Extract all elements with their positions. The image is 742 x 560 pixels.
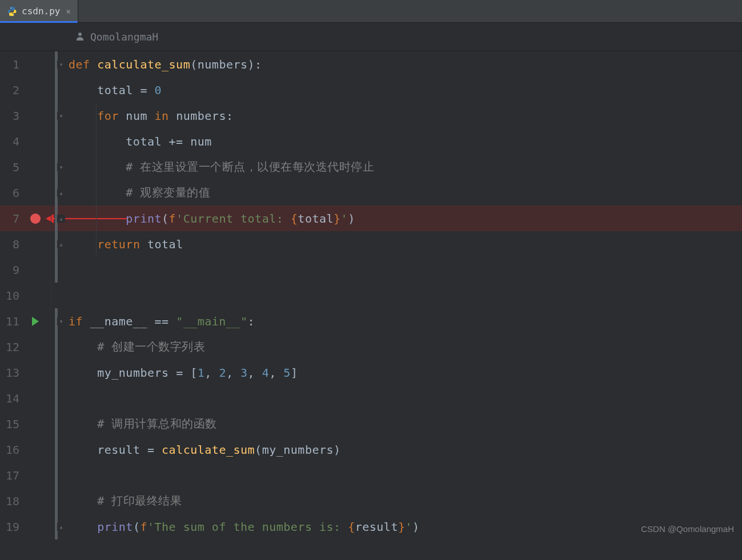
line-number: 11 — [0, 308, 27, 334]
code-text[interactable]: return total — [67, 237, 183, 251]
code-text[interactable]: # 创建一个数字列表 — [67, 339, 205, 354]
line-number: 12 — [0, 334, 27, 360]
fold-close-icon[interactable]: ▴ — [57, 189, 65, 197]
line-number: 14 — [0, 385, 27, 411]
line-number: 10 — [0, 283, 27, 308]
svg-point-0 — [10, 7, 11, 9]
tab-filename: csdn.py — [22, 6, 60, 17]
fold-open-icon[interactable]: ▾ — [57, 163, 65, 171]
fold-open-icon[interactable]: ▾ — [57, 317, 65, 325]
code-text[interactable]: if __name__ == "__main__": — [67, 315, 255, 328]
code-line[interactable]: 14 — [0, 385, 742, 411]
line-number: 19 — [0, 514, 27, 539]
line-number: 4 — [0, 128, 27, 154]
code-line[interactable]: 1def calculate_sum(numbers): — [0, 51, 742, 77]
author-name: QomolangmaH — [90, 31, 158, 43]
code-line[interactable]: 19 print(f'The sum of the numbers is: {r… — [0, 514, 742, 539]
code-text[interactable]: # 观察变量的值 — [67, 185, 210, 200]
code-text[interactable]: for num in numbers: — [67, 109, 233, 123]
tab-bar: csdn.py × — [0, 0, 742, 23]
indent-guide — [96, 103, 97, 257]
line-number: 5 — [0, 154, 27, 180]
line-number: 6 — [0, 180, 27, 206]
fold-close-icon[interactable]: ▴ — [57, 523, 65, 531]
watermark: CSDN @QomolangmaH — [641, 524, 734, 534]
line-number: 16 — [0, 437, 27, 462]
line-number: 8 — [0, 231, 27, 257]
code-line[interactable]: 17 — [0, 462, 742, 488]
code-text[interactable]: result = calculate_sum(my_numbers) — [67, 443, 341, 457]
code-text[interactable]: def calculate_sum(numbers): — [67, 58, 262, 71]
author-annotation-bar: QomolangmaH — [0, 23, 742, 51]
line-number: 17 — [0, 462, 27, 488]
code-line[interactable]: 10 — [0, 283, 742, 308]
code-text[interactable]: # 打印最终结果 — [67, 493, 182, 509]
run-gutter-icon[interactable] — [32, 317, 39, 326]
python-file-icon — [7, 6, 17, 17]
code-text[interactable]: total += num — [67, 135, 212, 148]
code-line[interactable]: 8 return total — [0, 231, 742, 257]
fold-region-bar — [55, 308, 58, 539]
active-tab-indicator — [0, 21, 78, 23]
code-line[interactable]: 2 total = 0 — [0, 77, 742, 103]
fold-close-icon[interactable]: ▴ — [57, 215, 65, 223]
fold-open-icon[interactable]: ▾ — [57, 112, 65, 120]
file-tab[interactable]: csdn.py × — [0, 0, 78, 22]
svg-point-1 — [13, 14, 14, 15]
code-text[interactable]: print(f'The sum of the numbers is: {resu… — [67, 520, 420, 534]
code-line[interactable]: 4 total += num — [0, 128, 742, 154]
code-line[interactable]: 18 # 打印最终结果 — [0, 488, 742, 514]
line-number: 3 — [0, 103, 27, 128]
line-number: 13 — [0, 360, 27, 385]
line-number: 1 — [0, 51, 27, 77]
line-number: 7 — [0, 206, 27, 231]
code-editor[interactable]: 1def calculate_sum(numbers):2 total = 03… — [0, 51, 742, 539]
code-line[interactable]: 5 # 在这里设置一个断点，以便在每次迭代时停止 — [0, 154, 742, 180]
line-number: 2 — [0, 77, 27, 103]
code-text[interactable]: my_numbers = [1, 2, 3, 4, 5] — [67, 366, 298, 380]
breakpoint-icon[interactable] — [30, 213, 41, 224]
code-line[interactable]: 11if __name__ == "__main__": — [0, 308, 742, 334]
code-text[interactable]: total = 0 — [67, 83, 162, 97]
code-line[interactable]: 3 for num in numbers: — [0, 103, 742, 128]
close-icon[interactable]: × — [65, 7, 71, 16]
gutter-separator — [51, 51, 51, 539]
fold-close-icon[interactable]: ▴ — [57, 240, 65, 248]
code-line[interactable]: 7 print(f'Current total: {total}') — [0, 206, 742, 231]
code-line[interactable]: 6 # 观察变量的值 — [0, 180, 742, 206]
gutter[interactable]: 10 — [0, 283, 67, 308]
code-line[interactable]: 13 my_numbers = [1, 2, 3, 4, 5] — [0, 360, 742, 385]
user-icon — [75, 31, 85, 43]
line-number: 15 — [0, 411, 27, 437]
line-number: 18 — [0, 488, 27, 514]
line-number: 9 — [0, 257, 27, 283]
code-line[interactable]: 15 # 调用计算总和的函数 — [0, 411, 742, 437]
code-line[interactable]: 16 result = calculate_sum(my_numbers) — [0, 437, 742, 462]
code-text[interactable]: # 调用计算总和的函数 — [67, 416, 217, 432]
svg-point-2 — [78, 33, 82, 36]
code-text[interactable]: # 在这里设置一个断点，以便在每次迭代时停止 — [67, 159, 374, 175]
fold-open-icon[interactable]: ▾ — [57, 61, 65, 69]
code-line[interactable]: 9 — [0, 257, 742, 283]
code-line[interactable]: 12 # 创建一个数字列表 — [0, 334, 742, 360]
